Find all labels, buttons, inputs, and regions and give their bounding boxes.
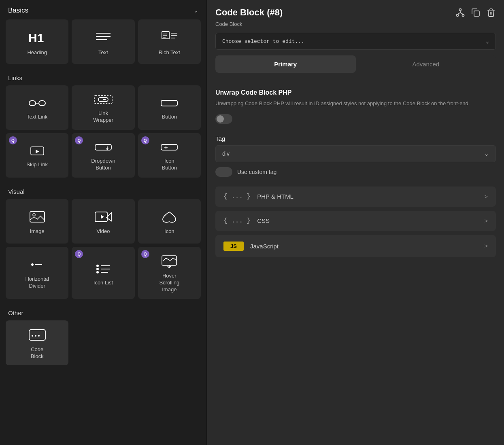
svg-point-46 (459, 9, 461, 11)
css-btn[interactable]: { ... } CSS > (215, 211, 496, 231)
svg-point-44 (35, 335, 36, 337)
basics-chevron-icon: ⌄ (194, 7, 198, 14)
left-panel: Basics ⌄ H1 Heading (0, 0, 206, 445)
php-html-btn[interactable]: { ... } PHP & HTML > (215, 186, 496, 207)
block-label-text-link: Text Link (27, 114, 47, 121)
block-item-horizontal-divider[interactable]: HorizontalDivider (6, 247, 68, 299)
icon-button-icon (159, 141, 180, 154)
selector-row: Choose selector to edit... ⌄ (207, 30, 504, 55)
delete-icon-btn[interactable] (486, 8, 496, 17)
visual-items: Image Video (6, 199, 201, 299)
other-grid: CodeBlock (0, 320, 206, 370)
block-item-link-wrapper[interactable]: LinkWrapper (72, 85, 134, 130)
block-label-button: Button (162, 114, 177, 121)
block-label-icon-button: IconButton (162, 158, 177, 172)
toggle-row (215, 114, 496, 125)
dependencies-icon-btn[interactable] (455, 8, 465, 17)
svg-rect-24 (161, 144, 177, 150)
hover-scrolling-image-icon (159, 254, 180, 269)
block-item-video[interactable]: Video (72, 199, 134, 244)
svg-line-50 (457, 13, 460, 15)
svg-text:H1: H1 (28, 31, 44, 44)
unwrap-title: Unwrap Code Block PHP (215, 89, 496, 96)
svg-point-38 (96, 271, 99, 273)
visual-grid: Image Video (0, 199, 206, 303)
block-item-icon-list[interactable]: Q Icon List (72, 247, 134, 299)
basics-section-header[interactable]: Basics ⌄ (0, 0, 206, 19)
block-item-hover-scrolling-image[interactable]: Q HoverScrollingImage (138, 247, 201, 299)
svg-point-28 (33, 214, 35, 216)
block-label-dropdown-button: DropdownButton (91, 158, 115, 172)
image-icon (27, 210, 48, 224)
block-label-image: Image (30, 228, 45, 235)
icon-list-badge: Q (75, 250, 83, 258)
other-items: CodeBlock (6, 320, 201, 366)
css-icon: { ... } (223, 217, 251, 225)
js-btn[interactable]: JS JavaScript > (215, 235, 496, 257)
block-label-text: Text (98, 49, 108, 56)
block-item-code-block[interactable]: CodeBlock (6, 320, 68, 366)
unwrap-toggle[interactable] (215, 114, 232, 124)
right-panel: Code Block (#8) (207, 0, 504, 445)
css-chevron-icon: > (485, 218, 488, 224)
block-item-text-link[interactable]: Text Link (6, 85, 68, 130)
tag-label: Tag (215, 135, 496, 142)
block-item-text[interactable]: Text (72, 19, 134, 64)
right-title: Code Block (#8) (215, 7, 283, 18)
svg-point-32 (31, 263, 34, 266)
svg-point-36 (96, 268, 99, 270)
php-html-chevron-icon: > (485, 193, 488, 200)
block-item-rich-text[interactable]: Rich Text (138, 19, 201, 64)
visual-label: Visual (0, 182, 206, 199)
rich-text-icon (159, 29, 180, 45)
links-grid: Text Link LinkWrapper (0, 85, 206, 182)
svg-rect-21 (95, 144, 111, 150)
selector-dropdown[interactable]: Choose selector to edit... ⌄ (215, 33, 496, 50)
custom-tag-row: Use custom tag (215, 167, 496, 177)
block-item-dropdown-button[interactable]: Q DropdownButton (72, 133, 134, 178)
video-icon (93, 210, 114, 224)
duplicate-icon-btn[interactable] (471, 8, 481, 17)
svg-point-47 (457, 15, 459, 17)
svg-rect-18 (161, 100, 177, 106)
tab-row: Primary Advanced (215, 55, 496, 73)
text-link-icon (27, 97, 48, 110)
custom-tag-label: Use custom tag (237, 169, 276, 175)
tag-dropdown[interactable]: div ⌄ (215, 145, 496, 162)
block-item-image[interactable]: Image (6, 199, 68, 244)
text-icon (93, 29, 114, 45)
unwrap-desc: Unwrapping Code Block PHP will result in… (215, 100, 496, 108)
tab-advanced[interactable]: Advanced (356, 55, 496, 73)
block-item-button[interactable]: Button (138, 85, 201, 130)
block-label-video: Video (96, 228, 110, 235)
links-label: Links (0, 68, 206, 85)
block-label-skip-link: Skip Link (26, 161, 48, 168)
block-label-icon-list: Icon List (94, 280, 113, 286)
svg-rect-27 (30, 212, 45, 222)
block-item-skip-link[interactable]: Q Skip Link (6, 133, 68, 178)
basics-items: H1 Heading Text (6, 19, 201, 64)
heading-icon: H1 (27, 29, 48, 45)
js-label: JavaScript (250, 243, 478, 250)
svg-rect-12 (29, 101, 36, 106)
svg-rect-42 (29, 330, 45, 340)
block-item-icon[interactable]: Icon (138, 199, 201, 244)
icon-icon (159, 210, 180, 224)
svg-rect-40 (162, 256, 177, 265)
block-item-icon-button[interactable]: Q IconButton (138, 133, 201, 178)
tag-value: div (222, 150, 230, 157)
link-wrapper-icon (93, 93, 114, 106)
svg-line-51 (460, 13, 463, 15)
right-header-icons (455, 8, 496, 17)
links-items: Text Link LinkWrapper (6, 85, 201, 178)
block-label-link-wrapper: LinkWrapper (93, 110, 113, 124)
php-html-icon: { ... } (223, 193, 251, 200)
block-label-horizontal-divider: HorizontalDivider (25, 276, 49, 290)
right-content: Unwrap Code Block PHP Unwrapping Code Bl… (207, 73, 504, 257)
js-icon: JS (223, 242, 244, 251)
block-item-heading[interactable]: H1 Heading (6, 19, 68, 64)
custom-tag-toggle[interactable] (215, 167, 232, 177)
right-header: Code Block (#8) (207, 0, 504, 21)
skip-link-icon (27, 144, 48, 157)
tab-primary[interactable]: Primary (215, 55, 356, 73)
